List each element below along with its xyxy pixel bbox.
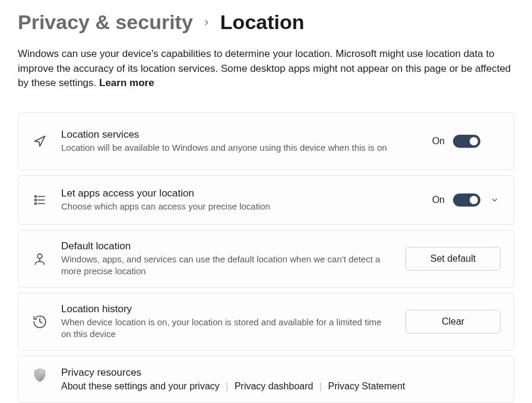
card-title: Let apps access your location [61, 188, 419, 199]
map-pin-icon [31, 250, 48, 267]
card-location-history: Location history When device location is… [18, 293, 514, 351]
link-separator: | [319, 381, 322, 391]
settings-card-list: Location services Location will be avail… [18, 112, 514, 403]
privacy-links: About these settings and your privacy | … [61, 381, 501, 392]
svg-point-4 [35, 202, 37, 204]
card-desc: When device location is on, your locatio… [61, 316, 392, 341]
chevron-right-icon [202, 18, 211, 27]
svg-point-6 [37, 254, 42, 259]
card-desc: Choose which apps can access your precis… [61, 201, 394, 212]
intro-text: Windows can use your device's capabiliti… [18, 48, 511, 88]
link-privacy-statement[interactable]: Privacy Statement [328, 381, 405, 391]
page-intro: Windows can use your device's capabiliti… [18, 47, 514, 91]
breadcrumb-parent[interactable]: Privacy & security [18, 11, 193, 34]
apps-access-toggle[interactable] [453, 193, 480, 207]
card-title: Location services [61, 129, 419, 141]
card-desc: Windows, apps, and services can use the … [61, 253, 392, 278]
set-default-button[interactable]: Set default [406, 247, 501, 271]
link-about-settings[interactable]: About these settings and your privacy [61, 381, 220, 391]
card-privacy-resources: Privacy resources About these settings a… [18, 356, 514, 403]
link-separator: | [226, 381, 228, 391]
learn-more-link[interactable]: Learn more [99, 77, 154, 88]
link-privacy-dashboard[interactable]: Privacy dashboard [235, 381, 314, 391]
card-title: Privacy resources [61, 367, 501, 379]
location-arrow-icon [31, 133, 48, 150]
chevron-down-icon[interactable] [489, 196, 501, 204]
history-icon [31, 313, 48, 330]
location-services-toggle[interactable] [453, 135, 480, 148]
list-settings-icon [31, 192, 48, 208]
card-desc: Location will be available to Windows an… [61, 142, 394, 154]
card-title: Location history [61, 303, 392, 315]
toggle-state-label: On [432, 195, 445, 205]
toggle-state-label: On [432, 136, 445, 147]
clear-history-button[interactable]: Clear [406, 310, 501, 334]
card-apps-access[interactable]: Let apps access your location Choose whi… [18, 175, 514, 225]
card-title: Default location [61, 240, 392, 252]
svg-point-0 [35, 195, 37, 197]
shield-icon [31, 367, 48, 383]
svg-point-2 [35, 199, 37, 201]
card-default-location: Default location Windows, apps, and serv… [18, 230, 514, 288]
page-title: Location [220, 11, 305, 34]
card-location-services: Location services Location will be avail… [18, 112, 514, 170]
breadcrumb: Privacy & security Location [18, 11, 514, 34]
